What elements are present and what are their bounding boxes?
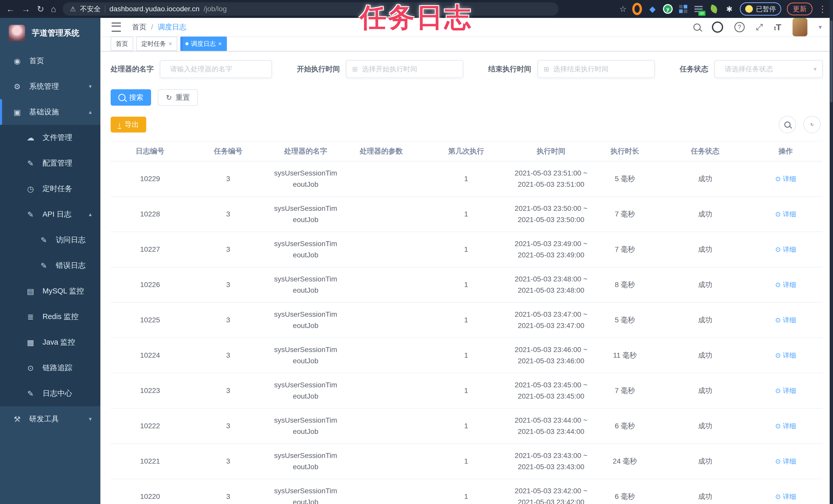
sidebar-item-label: MySQL 监控 bbox=[43, 286, 84, 296]
filter-input[interactable] bbox=[553, 65, 645, 73]
breadcrumb-home[interactable]: 首页 bbox=[132, 22, 146, 32]
filter-form: 处理器的名字 开始执行时间 ⊞ bbox=[111, 60, 823, 78]
update-button[interactable]: 更新 bbox=[787, 3, 812, 15]
table-row: 10226 3 sysUserSessionTim eoutJob 1 2021… bbox=[111, 267, 823, 302]
user-avatar[interactable] bbox=[792, 18, 807, 36]
detail-link[interactable]: ⊙ 详细 bbox=[775, 492, 796, 501]
filter-input-wrap: ⊞ bbox=[346, 60, 463, 78]
sidebar-item[interactable]: ✎ 日志中心 bbox=[0, 381, 100, 406]
address-divider bbox=[105, 5, 105, 13]
detail-link[interactable]: ⊙ 详细 bbox=[775, 280, 796, 289]
refresh-table-button[interactable]: ↻ bbox=[803, 116, 821, 133]
page-scrollbar[interactable] bbox=[830, 0, 833, 504]
cell-log-id: 10226 bbox=[111, 267, 190, 302]
sidebar-item[interactable]: ▣ 基础设施 ▴ bbox=[0, 99, 100, 125]
sidebar-item[interactable]: ▦ Java 监控 bbox=[0, 329, 100, 355]
table-row: 10229 3 sysUserSessionTim eoutJob 1 2021… bbox=[111, 161, 823, 197]
cell-status: 成功 bbox=[662, 267, 749, 302]
close-icon[interactable]: × bbox=[218, 40, 222, 47]
address-bar[interactable]: ⚠ 不安全 dashboard.yudao.iocoder.cn/job/log bbox=[63, 2, 558, 16]
tag-tab[interactable]: 首页 × bbox=[111, 36, 133, 51]
cell-task-id: 3 bbox=[190, 373, 267, 408]
tag-tab[interactable]: 定时任务 × bbox=[136, 36, 177, 51]
detail-link[interactable]: ⊙ 详细 bbox=[775, 175, 796, 183]
table-row: 10221 3 sysUserSessionTim eoutJob 1 2021… bbox=[111, 444, 823, 479]
chevron-icon: ▾ bbox=[89, 83, 92, 90]
github-icon[interactable] bbox=[712, 22, 723, 33]
sidebar-item[interactable]: ◉ 首页 bbox=[0, 48, 100, 74]
cell-task-id: 3 bbox=[190, 161, 267, 197]
filter-input[interactable] bbox=[724, 65, 810, 73]
toggle-search-button[interactable] bbox=[779, 116, 796, 133]
sidebar-item-label: 文件管理 bbox=[43, 132, 72, 143]
browser-menu-icon[interactable]: ⋮ bbox=[818, 4, 827, 14]
app-logo[interactable]: 芋道管理系统 bbox=[0, 18, 100, 48]
detail-link[interactable]: ⊙ 详细 bbox=[775, 245, 796, 254]
extension-on-icon[interactable]: on bbox=[694, 4, 704, 14]
breadcrumb-separator: / bbox=[151, 23, 153, 31]
cell-handler: sysUserSessionTim eoutJob bbox=[267, 232, 344, 267]
forward-icon[interactable]: → bbox=[22, 5, 30, 13]
column-header: 操作 bbox=[748, 141, 823, 161]
sidebar-item[interactable]: ☁ 文件管理 bbox=[0, 125, 100, 150]
cell-time: 2021-05-03 23:47:00 ~ 2021-05-03 23:47:0… bbox=[514, 302, 588, 338]
extension-grid-icon[interactable] bbox=[678, 4, 688, 14]
calendar-icon: ⊞ bbox=[544, 65, 549, 73]
collapse-sidebar-icon[interactable] bbox=[112, 23, 121, 32]
close-icon[interactable]: × bbox=[168, 40, 172, 47]
search-button[interactable]: 搜索 bbox=[111, 89, 151, 106]
export-button[interactable]: ↓ 导出 bbox=[111, 117, 146, 132]
sidebar-item-icon: ≣ bbox=[25, 312, 37, 321]
cell-time: 2021-05-03 23:43:00 ~ 2021-05-03 23:43:0… bbox=[514, 444, 588, 479]
sidebar-item[interactable]: ▤ MySQL 监控 bbox=[0, 278, 100, 304]
extension-orange-icon[interactable] bbox=[632, 4, 642, 14]
cell-duration: 6 毫秒 bbox=[588, 479, 662, 504]
cell-duration: 11 毫秒 bbox=[588, 338, 662, 373]
eye-icon: ⊙ bbox=[775, 387, 781, 395]
bookmark-star-icon[interactable]: ☆ bbox=[619, 4, 626, 14]
fullscreen-icon[interactable]: ⤢ bbox=[756, 22, 763, 32]
sidebar-item[interactable]: ⚙ 系统管理 ▾ bbox=[0, 74, 100, 99]
sidebar-item[interactable]: ✎ 配置管理 bbox=[0, 150, 100, 176]
sidebar-item[interactable]: ✎ API 日志 ▴ bbox=[0, 202, 100, 227]
cell-log-id: 10227 bbox=[111, 232, 190, 267]
table-row: 10224 3 sysUserSessionTim eoutJob 1 2021… bbox=[111, 338, 823, 373]
cell-actions: ⊙ 详细 bbox=[748, 444, 823, 479]
font-size-icon[interactable]: tT bbox=[774, 22, 781, 32]
help-icon[interactable]: ? bbox=[734, 22, 745, 32]
sidebar-item-icon: ⊙ bbox=[25, 363, 37, 373]
search-icon[interactable] bbox=[693, 24, 700, 31]
sidebar-item[interactable]: ≣ Redis 监控 bbox=[0, 304, 100, 329]
profile-paused-pill[interactable]: 已暂停 bbox=[740, 2, 781, 16]
avatar-caret-icon[interactable]: ▾ bbox=[819, 24, 822, 31]
cell-count: 1 bbox=[418, 232, 514, 267]
reset-button[interactable]: ↻ 重置 bbox=[158, 89, 198, 106]
home-icon[interactable]: ⌂ bbox=[51, 5, 56, 13]
reload-icon[interactable]: ↻ bbox=[37, 5, 44, 13]
filter-input[interactable] bbox=[361, 65, 453, 73]
back-icon[interactable]: ← bbox=[6, 5, 15, 13]
detail-link[interactable]: ⊙ 详细 bbox=[775, 351, 796, 360]
tag-tab[interactable]: 调度日志 × bbox=[180, 36, 227, 51]
sidebar-item[interactable]: ✎ 访问日志 bbox=[0, 227, 100, 253]
extension-pinwheel-icon[interactable]: ✱ bbox=[724, 4, 734, 14]
sidebar-item[interactable]: ⊙ 链路追踪 bbox=[0, 355, 100, 381]
eye-icon: ⊙ bbox=[775, 281, 781, 289]
filter-input[interactable] bbox=[169, 65, 262, 73]
detail-link[interactable]: ⊙ 详细 bbox=[775, 316, 796, 325]
detail-link[interactable]: ⊙ 详细 bbox=[775, 422, 796, 431]
detail-link[interactable]: ⊙ 详细 bbox=[775, 386, 796, 395]
extension-gem-icon[interactable]: ◆ bbox=[648, 4, 657, 14]
sidebar-item[interactable]: ⚒ 研发工具 ▾ bbox=[0, 406, 100, 432]
sidebar-item[interactable]: ◷ 定时任务 bbox=[0, 176, 100, 202]
cell-handler: sysUserSessionTim eoutJob bbox=[267, 197, 344, 232]
detail-link[interactable]: ⊙ 详细 bbox=[775, 210, 796, 219]
detail-link[interactable]: ⊙ 详细 bbox=[775, 457, 796, 466]
url-domain: dashboard.yudao.iocoder.cn bbox=[109, 5, 199, 13]
cell-task-id: 3 bbox=[190, 408, 267, 444]
sidebar-item-icon: ☁ bbox=[25, 133, 37, 142]
extension-green-icon[interactable]: y bbox=[663, 4, 673, 14]
extension-leaf-icon[interactable] bbox=[709, 4, 719, 14]
sidebar-item[interactable]: ✎ 错误日志 bbox=[0, 253, 100, 278]
filter-group: 结束执行时间 ⊞ bbox=[488, 60, 655, 78]
